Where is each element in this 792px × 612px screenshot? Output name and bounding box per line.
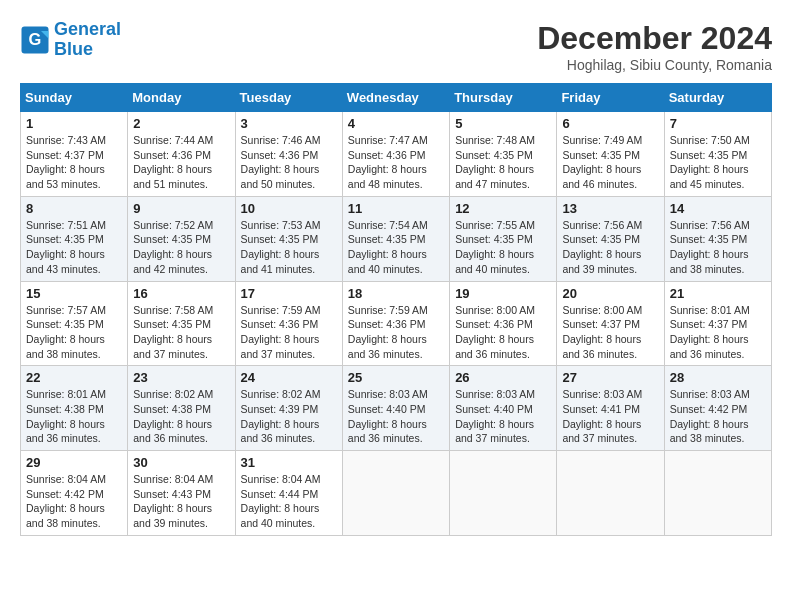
calendar-cell: 27Sunrise: 8:03 AMSunset: 4:41 PMDayligh… (557, 366, 664, 451)
day-info: Sunrise: 8:03 AMSunset: 4:42 PMDaylight:… (670, 387, 766, 446)
calendar-cell: 16Sunrise: 7:58 AMSunset: 4:35 PMDayligh… (128, 281, 235, 366)
day-number: 25 (348, 370, 444, 385)
calendar-cell: 1Sunrise: 7:43 AMSunset: 4:37 PMDaylight… (21, 112, 128, 197)
calendar-cell: 17Sunrise: 7:59 AMSunset: 4:36 PMDayligh… (235, 281, 342, 366)
day-info: Sunrise: 8:00 AMSunset: 4:37 PMDaylight:… (562, 303, 658, 362)
calendar-cell: 6Sunrise: 7:49 AMSunset: 4:35 PMDaylight… (557, 112, 664, 197)
calendar-cell: 4Sunrise: 7:47 AMSunset: 4:36 PMDaylight… (342, 112, 449, 197)
day-number: 8 (26, 201, 122, 216)
day-number: 3 (241, 116, 337, 131)
day-number: 28 (670, 370, 766, 385)
calendar-cell: 2Sunrise: 7:44 AMSunset: 4:36 PMDaylight… (128, 112, 235, 197)
calendar-cell: 7Sunrise: 7:50 AMSunset: 4:35 PMDaylight… (664, 112, 771, 197)
day-info: Sunrise: 7:58 AMSunset: 4:35 PMDaylight:… (133, 303, 229, 362)
day-number: 21 (670, 286, 766, 301)
calendar-cell: 13Sunrise: 7:56 AMSunset: 4:35 PMDayligh… (557, 196, 664, 281)
day-info: Sunrise: 8:03 AMSunset: 4:40 PMDaylight:… (455, 387, 551, 446)
day-info: Sunrise: 7:51 AMSunset: 4:35 PMDaylight:… (26, 218, 122, 277)
day-info: Sunrise: 8:03 AMSunset: 4:41 PMDaylight:… (562, 387, 658, 446)
calendar-cell (557, 451, 664, 536)
day-number: 4 (348, 116, 444, 131)
calendar-cell: 12Sunrise: 7:55 AMSunset: 4:35 PMDayligh… (450, 196, 557, 281)
day-info: Sunrise: 7:56 AMSunset: 4:35 PMDaylight:… (562, 218, 658, 277)
day-number: 1 (26, 116, 122, 131)
day-number: 18 (348, 286, 444, 301)
day-info: Sunrise: 7:50 AMSunset: 4:35 PMDaylight:… (670, 133, 766, 192)
calendar-cell: 20Sunrise: 8:00 AMSunset: 4:37 PMDayligh… (557, 281, 664, 366)
calendar-cell: 11Sunrise: 7:54 AMSunset: 4:35 PMDayligh… (342, 196, 449, 281)
day-number: 27 (562, 370, 658, 385)
calendar-table: SundayMondayTuesdayWednesdayThursdayFrid… (20, 83, 772, 536)
day-number: 7 (670, 116, 766, 131)
header-day-friday: Friday (557, 84, 664, 112)
calendar-header: SundayMondayTuesdayWednesdayThursdayFrid… (21, 84, 772, 112)
day-info: Sunrise: 7:44 AMSunset: 4:36 PMDaylight:… (133, 133, 229, 192)
day-info: Sunrise: 7:57 AMSunset: 4:35 PMDaylight:… (26, 303, 122, 362)
day-info: Sunrise: 7:43 AMSunset: 4:37 PMDaylight:… (26, 133, 122, 192)
week-row-1: 8Sunrise: 7:51 AMSunset: 4:35 PMDaylight… (21, 196, 772, 281)
day-number: 6 (562, 116, 658, 131)
header-day-wednesday: Wednesday (342, 84, 449, 112)
day-number: 31 (241, 455, 337, 470)
day-info: Sunrise: 7:53 AMSunset: 4:35 PMDaylight:… (241, 218, 337, 277)
day-number: 22 (26, 370, 122, 385)
calendar-cell: 25Sunrise: 8:03 AMSunset: 4:40 PMDayligh… (342, 366, 449, 451)
title-area: December 2024 Hoghilag, Sibiu County, Ro… (537, 20, 772, 73)
week-row-0: 1Sunrise: 7:43 AMSunset: 4:37 PMDaylight… (21, 112, 772, 197)
calendar-cell: 21Sunrise: 8:01 AMSunset: 4:37 PMDayligh… (664, 281, 771, 366)
location-subtitle: Hoghilag, Sibiu County, Romania (537, 57, 772, 73)
day-info: Sunrise: 7:56 AMSunset: 4:35 PMDaylight:… (670, 218, 766, 277)
calendar-cell: 15Sunrise: 7:57 AMSunset: 4:35 PMDayligh… (21, 281, 128, 366)
calendar-cell (450, 451, 557, 536)
calendar-cell (342, 451, 449, 536)
day-info: Sunrise: 7:59 AMSunset: 4:36 PMDaylight:… (241, 303, 337, 362)
day-number: 15 (26, 286, 122, 301)
day-info: Sunrise: 7:48 AMSunset: 4:35 PMDaylight:… (455, 133, 551, 192)
logo-text: General Blue (54, 20, 121, 60)
day-info: Sunrise: 7:52 AMSunset: 4:35 PMDaylight:… (133, 218, 229, 277)
day-number: 16 (133, 286, 229, 301)
calendar-cell: 3Sunrise: 7:46 AMSunset: 4:36 PMDaylight… (235, 112, 342, 197)
day-number: 12 (455, 201, 551, 216)
logo-icon: G (20, 25, 50, 55)
header-day-sunday: Sunday (21, 84, 128, 112)
calendar-cell: 26Sunrise: 8:03 AMSunset: 4:40 PMDayligh… (450, 366, 557, 451)
svg-text:G: G (29, 29, 42, 47)
day-number: 19 (455, 286, 551, 301)
day-info: Sunrise: 8:02 AMSunset: 4:39 PMDaylight:… (241, 387, 337, 446)
day-number: 26 (455, 370, 551, 385)
calendar-cell: 28Sunrise: 8:03 AMSunset: 4:42 PMDayligh… (664, 366, 771, 451)
calendar-cell: 14Sunrise: 7:56 AMSunset: 4:35 PMDayligh… (664, 196, 771, 281)
week-row-2: 15Sunrise: 7:57 AMSunset: 4:35 PMDayligh… (21, 281, 772, 366)
day-info: Sunrise: 7:59 AMSunset: 4:36 PMDaylight:… (348, 303, 444, 362)
day-info: Sunrise: 8:03 AMSunset: 4:40 PMDaylight:… (348, 387, 444, 446)
day-number: 2 (133, 116, 229, 131)
day-number: 5 (455, 116, 551, 131)
calendar-cell: 5Sunrise: 7:48 AMSunset: 4:35 PMDaylight… (450, 112, 557, 197)
day-number: 17 (241, 286, 337, 301)
day-info: Sunrise: 7:54 AMSunset: 4:35 PMDaylight:… (348, 218, 444, 277)
calendar-cell: 30Sunrise: 8:04 AMSunset: 4:43 PMDayligh… (128, 451, 235, 536)
calendar-cell: 23Sunrise: 8:02 AMSunset: 4:38 PMDayligh… (128, 366, 235, 451)
day-info: Sunrise: 8:02 AMSunset: 4:38 PMDaylight:… (133, 387, 229, 446)
calendar-cell (664, 451, 771, 536)
calendar-cell: 10Sunrise: 7:53 AMSunset: 4:35 PMDayligh… (235, 196, 342, 281)
calendar-cell: 24Sunrise: 8:02 AMSunset: 4:39 PMDayligh… (235, 366, 342, 451)
calendar-cell: 22Sunrise: 8:01 AMSunset: 4:38 PMDayligh… (21, 366, 128, 451)
month-title: December 2024 (537, 20, 772, 57)
header-day-saturday: Saturday (664, 84, 771, 112)
calendar-cell: 29Sunrise: 8:04 AMSunset: 4:42 PMDayligh… (21, 451, 128, 536)
calendar-body: 1Sunrise: 7:43 AMSunset: 4:37 PMDaylight… (21, 112, 772, 536)
day-info: Sunrise: 8:01 AMSunset: 4:37 PMDaylight:… (670, 303, 766, 362)
page-header: G General Blue December 2024 Hoghilag, S… (20, 20, 772, 73)
day-info: Sunrise: 7:55 AMSunset: 4:35 PMDaylight:… (455, 218, 551, 277)
calendar-cell: 31Sunrise: 8:04 AMSunset: 4:44 PMDayligh… (235, 451, 342, 536)
day-info: Sunrise: 8:04 AMSunset: 4:42 PMDaylight:… (26, 472, 122, 531)
calendar-cell: 8Sunrise: 7:51 AMSunset: 4:35 PMDaylight… (21, 196, 128, 281)
logo-line1: General (54, 19, 121, 39)
day-number: 23 (133, 370, 229, 385)
day-number: 9 (133, 201, 229, 216)
day-number: 10 (241, 201, 337, 216)
day-number: 20 (562, 286, 658, 301)
day-info: Sunrise: 8:00 AMSunset: 4:36 PMDaylight:… (455, 303, 551, 362)
